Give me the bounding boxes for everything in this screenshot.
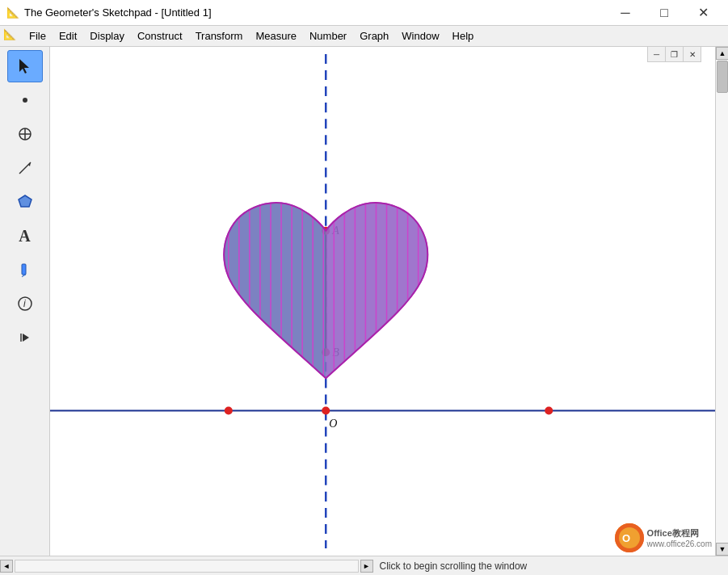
- menu-measure[interactable]: Measure: [249, 28, 303, 44]
- tool-info[interactable]: i: [7, 288, 43, 320]
- scroll-track-right[interactable]: [716, 60, 728, 543]
- scroll-up-button[interactable]: ▲: [716, 47, 728, 60]
- scroll-thumb-right[interactable]: [717, 61, 728, 93]
- svg-marker-7: [19, 195, 32, 207]
- title-bar: 📐 The Geometer's Sketchpad - [Untitled 1…: [0, 0, 728, 26]
- canvas-area[interactable]: ─ ❐ ✕ O A B: [50, 47, 715, 556]
- watermark-line1: Office教程网: [647, 527, 712, 539]
- scroll-left-button[interactable]: ◄: [0, 560, 13, 573]
- bottom-bar: ◄ ► Click to begin scrolling the window: [0, 556, 728, 575]
- menu-construct[interactable]: Construct: [131, 28, 189, 44]
- tool-marker[interactable]: [7, 254, 43, 286]
- scrollbar-right: ▲ ▼: [715, 47, 728, 556]
- tool-text[interactable]: A: [7, 220, 43, 252]
- menu-display[interactable]: Display: [83, 28, 131, 44]
- scroll-down-button[interactable]: ▼: [716, 543, 728, 556]
- tool-more[interactable]: [7, 321, 43, 354]
- menu-bar: 📐 File Edit Display Construct Transform …: [0, 26, 728, 47]
- window-title: The Geometer's Sketchpad - [Untitled 1]: [24, 6, 607, 19]
- menu-file[interactable]: File: [23, 28, 53, 44]
- tool-polygon[interactable]: [7, 186, 43, 218]
- menu-number[interactable]: Number: [303, 28, 353, 44]
- svg-point-18: [225, 406, 233, 414]
- tool-select[interactable]: [7, 50, 43, 82]
- status-text: Click to begin scrolling the window: [373, 560, 729, 572]
- svg-marker-0: [19, 59, 29, 73]
- menu-transform[interactable]: Transform: [189, 28, 250, 44]
- watermark-line2: www.office26.com: [647, 539, 712, 548]
- menu-edit[interactable]: Edit: [53, 28, 83, 44]
- svg-text:O: O: [329, 417, 337, 430]
- svg-text:i: i: [23, 298, 26, 309]
- window-controls: ─ □ ✕: [607, 1, 722, 25]
- watermark: O Office教程网 www.office26.com: [615, 523, 712, 552]
- toolbar: A i: [0, 47, 50, 556]
- minimize-button[interactable]: ─: [607, 1, 644, 25]
- app-icon: 📐: [6, 6, 19, 19]
- canvas-svg: O A B: [50, 47, 715, 556]
- tool-line[interactable]: [7, 152, 43, 184]
- svg-rect-8: [22, 264, 26, 275]
- close-button[interactable]: ✕: [684, 1, 722, 25]
- svg-marker-12: [23, 334, 29, 342]
- maximize-button[interactable]: □: [646, 1, 683, 25]
- menu-app-icon: 📐: [3, 28, 19, 44]
- svg-point-19: [545, 406, 553, 414]
- menu-window[interactable]: Window: [395, 28, 445, 44]
- svg-point-1: [23, 98, 27, 103]
- watermark-text: Office教程网 www.office26.com: [647, 527, 712, 548]
- tool-compass[interactable]: [7, 118, 43, 150]
- menu-graph[interactable]: Graph: [353, 28, 395, 44]
- svg-text:O: O: [622, 532, 630, 544]
- tool-point[interactable]: [7, 84, 43, 116]
- scroll-track-bottom[interactable]: [15, 560, 359, 573]
- watermark-logo: O: [615, 523, 644, 552]
- svg-point-16: [322, 406, 330, 414]
- main-layout: A i ─ ❐ ✕ O: [0, 47, 728, 556]
- menu-help[interactable]: Help: [446, 28, 481, 44]
- scroll-right-button[interactable]: ►: [360, 560, 373, 573]
